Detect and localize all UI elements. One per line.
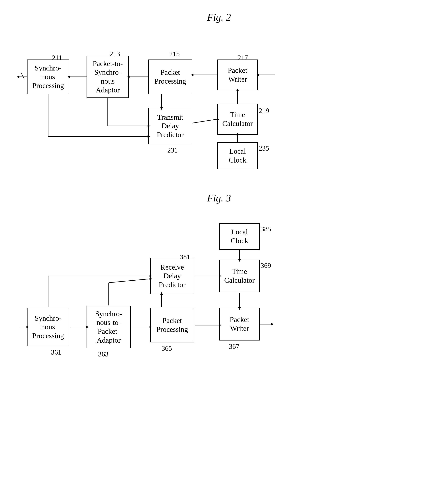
fig2-ref-235: 235 — [259, 144, 269, 152]
fig3-local-clock: LocalClock — [219, 223, 260, 250]
fig2-ref-231: 231 — [167, 146, 178, 154]
fig2-ref-219: 219 — [259, 107, 269, 115]
fig2-local-clock: LocalClock — [217, 142, 258, 169]
fig2-synchronous-processing: Synchro-nousProcessing — [27, 59, 69, 94]
fig2-ref-211: 211 — [52, 54, 62, 62]
fig2-ref-213: 213 — [110, 50, 120, 58]
fig3-sync-to-packet: Synchro-nous-to-Packet-Adaptor — [87, 306, 131, 348]
fig2-diagram: Synchro-nousProcessing 211 ╲ Packet-to-S… — [15, 34, 423, 169]
svg-marker-33 — [271, 323, 274, 325]
fig3-packet-writer: PacketWriter — [219, 308, 260, 341]
fig3-arrows — [15, 215, 423, 389]
fig3-ref-369: 369 — [261, 262, 271, 270]
fig2-packet-writer: PacketWriter — [217, 59, 258, 90]
page: Fig. 2 Synchro-nousProcessing 211 ╲ Pack… — [0, 0, 438, 504]
svg-line-18 — [192, 119, 217, 123]
fig3-title: Fig. 3 — [15, 192, 423, 204]
fig3-diagram: Synchro-nousProcessing 361 Synchro-nous-… — [15, 215, 423, 389]
fig3-ref-367: 367 — [229, 343, 239, 351]
svg-marker-9 — [17, 76, 19, 78]
fig3-ref-363: 363 — [98, 350, 109, 358]
fig2-transmit-delay: TransmitDelayPredictor — [148, 108, 192, 144]
fig2-packet-to-sync: Packet-to-Synchro-nousAdaptor — [87, 56, 129, 98]
fig3-receive-delay: ReceiveDelayPredictor — [150, 258, 194, 294]
fig3-ref-381: 381 — [180, 253, 190, 261]
fig2-time-calculator: TimeCalculator — [217, 104, 258, 135]
fig3-packet-processing: PacketProcessing — [150, 308, 194, 343]
fig3-time-calculator: TimeCalculator — [219, 260, 260, 292]
fig3-ref-361: 361 — [51, 348, 61, 356]
fig2-ref-217: 217 — [238, 54, 248, 62]
fig3-synchronous-processing: Synchro-nousProcessing — [27, 308, 69, 346]
fig2-title: Fig. 2 — [15, 11, 423, 23]
fig2-packet-processing: PacketProcessing — [148, 59, 192, 94]
fig3-ref-365: 365 — [162, 344, 172, 353]
fig2-ref-215: 215 — [169, 50, 180, 58]
fig3-ref-385: 385 — [261, 225, 271, 233]
svg-line-38 — [109, 279, 150, 283]
